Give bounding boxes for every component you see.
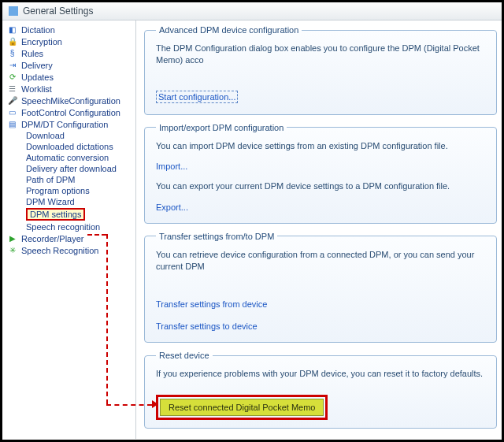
subitem-dpm-settings[interactable]: DPM settings — [24, 207, 134, 221]
subitem-path-of-dpm[interactable]: Path of DPM — [24, 174, 134, 185]
dictation-icon: ◧ — [7, 24, 17, 35]
tree-item-recorder-player[interactable]: ▶Recorder/Player — [6, 232, 134, 244]
sidebar: ◧Dictation 🔒Encryption §Rules ⇥Delivery … — [2, 20, 136, 439]
tree-item-dpmdt[interactable]: ▤DPM/DT Configuration — [6, 118, 134, 130]
subitem-auto-conversion[interactable]: Automatic conversion — [24, 152, 134, 163]
tree-item-rules[interactable]: §Rules — [6, 47, 134, 59]
group-reset: Reset device If you experience problems … — [144, 351, 497, 428]
tree-item-dictation[interactable]: ◧Dictation — [6, 24, 134, 35]
device-icon: ▤ — [7, 119, 17, 129]
link-export[interactable]: Export... — [156, 202, 188, 212]
legend-advanced: Advanced DPM device configuration — [156, 25, 302, 35]
tree-item-speech-recognition[interactable]: ✳Speech Recognition — [6, 244, 134, 256]
text-transfer: You can retrieve device configuration fr… — [156, 249, 487, 273]
titlebar: General Settings — [2, 2, 502, 20]
link-transfer-from[interactable]: Transfer settings from device — [156, 299, 267, 309]
settings-window: General Settings ◧Dictation 🔒Encryption … — [0, 0, 504, 442]
delivery-icon: ⇥ — [7, 60, 17, 70]
highlight-reset: Reset connected Digital Pocket Memo — [156, 395, 328, 420]
subitem-downloaded-dictations[interactable]: Downloaded dictations — [24, 141, 134, 152]
link-import[interactable]: Import... — [156, 162, 187, 171]
group-import-export: Import/export DPM configuration You can … — [144, 123, 497, 224]
foot-icon: ▭ — [7, 107, 17, 117]
subitem-download[interactable]: Download — [24, 130, 134, 141]
tree-item-encryption[interactable]: 🔒Encryption — [6, 35, 134, 47]
link-transfer-to[interactable]: Transfer settings to device — [156, 321, 258, 331]
text-export: You can export your current DPM device s… — [156, 180, 487, 192]
content-area: ◧Dictation 🔒Encryption §Rules ⇥Delivery … — [2, 20, 502, 439]
button-reset-dpm[interactable]: Reset connected Digital Pocket Memo — [160, 399, 324, 416]
play-icon: ▶ — [7, 233, 17, 243]
link-start-configuration[interactable]: Start configuration... — [156, 91, 238, 103]
legend-reset: Reset device — [156, 351, 213, 360]
legend-transfer: Transfer settings from/to DPM — [156, 232, 277, 241]
group-advanced-dpm: Advanced DPM device configuration The DP… — [144, 25, 497, 115]
subitem-speech-recognition[interactable]: Speech recognition — [24, 221, 134, 232]
dpm-subtree: Download Downloaded dictations Automatic… — [6, 130, 134, 232]
tree-item-updates[interactable]: ⟳Updates — [6, 71, 134, 83]
tree-item-footcontrol[interactable]: ▭FootControl Configuration — [6, 106, 134, 118]
tree-item-speechmike[interactable]: 🎤SpeechMikeConfiguration — [6, 95, 134, 106]
gear-icon: ✳ — [7, 245, 17, 255]
main-panel: Advanced DPM device configuration The DP… — [136, 20, 502, 439]
mic-icon: 🎤 — [7, 95, 17, 106]
text-advanced: The DPM Configuration dialog box enables… — [156, 43, 487, 67]
subitem-delivery-after[interactable]: Delivery after download — [24, 163, 134, 174]
group-transfer: Transfer settings from/to DPM You can re… — [144, 232, 497, 344]
text-reset: If you experience problems with your DPM… — [156, 368, 487, 380]
rules-icon: § — [7, 48, 17, 58]
subitem-program-options[interactable]: Program options — [24, 185, 134, 196]
app-icon — [9, 6, 18, 16]
worklist-icon: ☰ — [7, 84, 17, 94]
updates-icon: ⟳ — [7, 72, 17, 82]
subitem-dpm-wizard[interactable]: DPM Wizard — [24, 196, 134, 207]
settings-tree: ◧Dictation 🔒Encryption §Rules ⇥Delivery … — [6, 24, 134, 256]
tree-item-worklist[interactable]: ☰Worklist — [6, 83, 134, 95]
legend-import-export: Import/export DPM configuration — [156, 123, 287, 132]
window-title: General Settings — [23, 6, 93, 17]
text-import: You can import DPM device settings from … — [156, 140, 487, 152]
tree-item-delivery[interactable]: ⇥Delivery — [6, 59, 134, 71]
lock-icon: 🔒 — [7, 36, 17, 46]
